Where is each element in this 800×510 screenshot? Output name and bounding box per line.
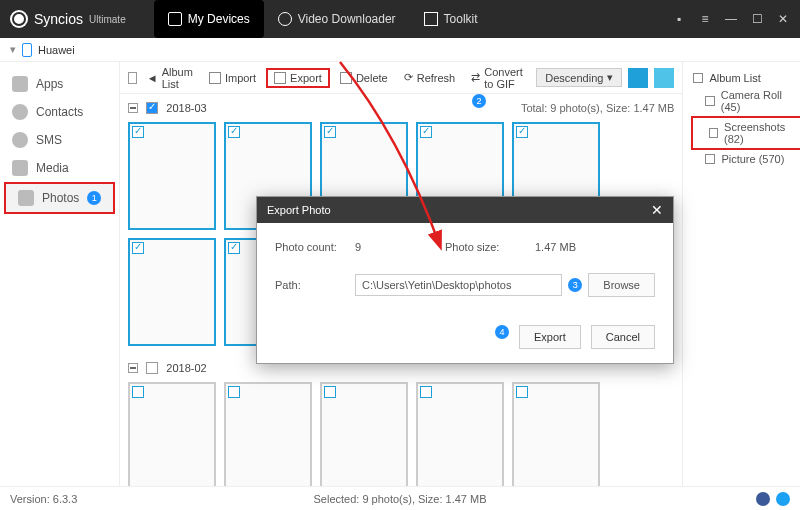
app-logo: Syncios Ultimate: [10, 10, 126, 28]
step-4-badge: 4: [495, 325, 509, 339]
thumb-checkbox[interactable]: [420, 386, 432, 398]
sidebar-label: Apps: [36, 77, 63, 91]
tab-video-downloader[interactable]: Video Downloader: [264, 0, 410, 38]
thumb-checkbox[interactable]: [324, 386, 336, 398]
btn-label: Import: [225, 72, 256, 84]
btn-label: Browse: [603, 279, 640, 291]
play-icon: [278, 12, 292, 26]
dialog-titlebar: Export Photo ✕: [257, 197, 673, 223]
collapse-icon[interactable]: [128, 103, 138, 113]
version-text: Version: 6.3.3: [10, 493, 77, 505]
folder-icon: [693, 73, 703, 83]
album-label: Picture (570): [721, 153, 784, 165]
thumb-checkbox[interactable]: [132, 126, 144, 138]
social-icons: [756, 492, 790, 506]
convert-icon: ⇄: [471, 71, 480, 84]
browse-button[interactable]: Browse: [588, 273, 655, 297]
btn-label: Album List: [162, 66, 193, 90]
sms-icon: [12, 132, 28, 148]
twitter-icon[interactable]: [776, 492, 790, 506]
minimize-icon[interactable]: —: [724, 12, 738, 26]
section-info: Total: 9 photo(s), Size: 1.47 MB: [521, 102, 674, 114]
thumb-checkbox[interactable]: [516, 126, 528, 138]
tab-label: My Devices: [188, 12, 250, 26]
thumbnail-grid: [128, 378, 674, 486]
thumb-checkbox[interactable]: [516, 386, 528, 398]
import-button[interactable]: Import: [203, 70, 262, 86]
refresh-button[interactable]: ⟳Refresh: [398, 69, 462, 86]
thumb-checkbox[interactable]: [228, 126, 240, 138]
view-mode-1[interactable]: [628, 68, 648, 88]
size-label: Photo size:: [445, 241, 535, 253]
dialog-footer: 4 Export Cancel: [257, 315, 673, 363]
photo-thumb[interactable]: [128, 238, 216, 346]
delete-button[interactable]: Delete: [334, 70, 394, 86]
select-all-checkbox[interactable]: [128, 72, 136, 84]
step-3-badge: 3: [568, 278, 582, 292]
thumb-checkbox[interactable]: [324, 126, 336, 138]
tab-toolkit[interactable]: Toolkit: [410, 0, 492, 38]
thumb-checkbox[interactable]: [228, 242, 240, 254]
step-2-badge: 2: [472, 94, 486, 108]
feedback-icon[interactable]: ▪: [672, 12, 686, 26]
photo-thumb[interactable]: [512, 382, 600, 486]
album-list-label: Album List: [709, 72, 760, 84]
album-list-header[interactable]: Album List: [689, 70, 800, 86]
window-controls: ▪ ≡ — ☐ ✕: [672, 12, 790, 26]
sidebar-item-contacts[interactable]: Contacts: [0, 98, 119, 126]
trash-icon: [340, 72, 352, 84]
dialog-export-button[interactable]: Export: [519, 325, 581, 349]
photo-thumb[interactable]: [128, 122, 216, 230]
photo-thumb[interactable]: [320, 382, 408, 486]
path-input[interactable]: C:\Users\Yetin\Desktop\photos: [355, 274, 562, 296]
picture-icon: [705, 154, 715, 164]
export-dialog: Export Photo ✕ Photo count: 9 Photo size…: [256, 196, 674, 364]
dialog-cancel-button[interactable]: Cancel: [591, 325, 655, 349]
tab-my-devices[interactable]: My Devices: [154, 0, 264, 38]
close-icon[interactable]: ✕: [776, 12, 790, 26]
album-list-button[interactable]: ◄Album List: [141, 64, 199, 92]
album-picture[interactable]: Picture (570): [689, 150, 800, 168]
photo-thumb[interactable]: [224, 382, 312, 486]
app-edition: Ultimate: [89, 14, 126, 25]
sidebar-label: SMS: [36, 133, 62, 147]
camera-icon: [705, 96, 714, 106]
sort-dropdown[interactable]: Descending▾: [536, 68, 622, 87]
menu-icon[interactable]: ≡: [698, 12, 712, 26]
import-icon: [209, 72, 221, 84]
chevron-down-icon[interactable]: ▾: [10, 43, 16, 56]
btn-label: Refresh: [417, 72, 456, 84]
chevron-down-icon: ▾: [607, 71, 613, 84]
dialog-title: Export Photo: [267, 204, 331, 216]
refresh-icon: ⟳: [404, 71, 413, 84]
photo-thumb[interactable]: [416, 382, 504, 486]
sidebar-item-media[interactable]: Media: [0, 154, 119, 182]
tab-label: Toolkit: [444, 12, 478, 26]
album-camera-roll[interactable]: Camera Roll (45): [689, 86, 800, 116]
section-header[interactable]: 2018-03 Total: 9 photo(s), Size: 1.47 MB: [128, 98, 674, 118]
thumb-checkbox[interactable]: [132, 242, 144, 254]
photo-thumb[interactable]: [128, 382, 216, 486]
view-mode-2[interactable]: [654, 68, 674, 88]
sidebar-item-sms[interactable]: SMS: [0, 126, 119, 154]
export-button[interactable]: Export: [266, 68, 330, 88]
facebook-icon[interactable]: [756, 492, 770, 506]
collapse-icon[interactable]: [128, 363, 138, 373]
title-bar: Syncios Ultimate My Devices Video Downlo…: [0, 0, 800, 38]
sidebar-item-photos[interactable]: Photos 1: [4, 182, 115, 214]
btn-label: Export: [290, 72, 322, 84]
sidebar-item-apps[interactable]: Apps: [0, 70, 119, 98]
section-checkbox[interactable]: [146, 362, 158, 374]
maximize-icon[interactable]: ☐: [750, 12, 764, 26]
thumb-checkbox[interactable]: [420, 126, 432, 138]
convert-gif-button[interactable]: ⇄Convert to GIF: [465, 64, 532, 92]
section-2018-02: 2018-02: [120, 354, 682, 486]
device-bar: ▾ Huawei: [0, 38, 800, 62]
dialog-close-icon[interactable]: ✕: [651, 202, 663, 218]
album-screenshots[interactable]: Screenshots (82): [691, 116, 800, 150]
thumb-checkbox[interactable]: [132, 386, 144, 398]
count-value: 9: [355, 241, 445, 253]
section-checkbox[interactable]: [146, 102, 158, 114]
thumb-checkbox[interactable]: [228, 386, 240, 398]
device-name[interactable]: Huawei: [38, 44, 75, 56]
